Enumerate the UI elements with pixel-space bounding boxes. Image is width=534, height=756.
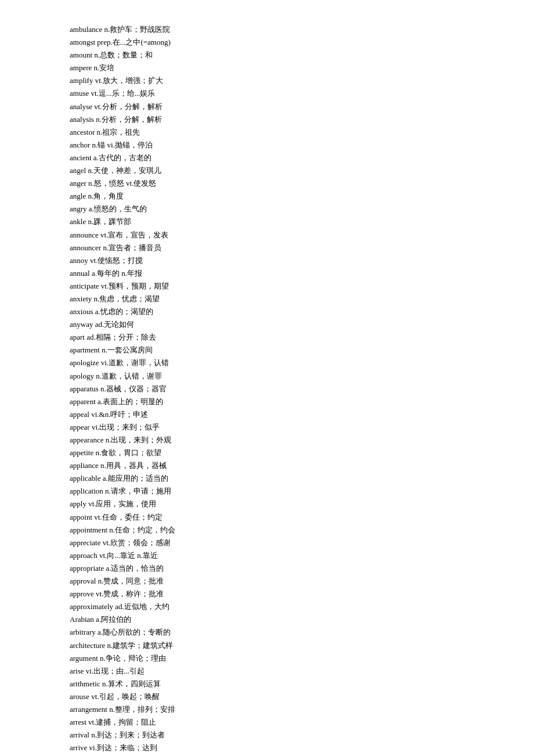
list-item: anxiety n.焦虑，忧虑；渴望: [70, 293, 499, 305]
list-item: apply vt.应用，实施，使用: [70, 498, 499, 510]
list-item: angry a.愤怒的，生气的: [70, 203, 499, 215]
list-item: ambulance n.救护车；野战医院: [70, 23, 499, 36]
list-item: ancient a.古代的，古老的: [70, 152, 499, 164]
list-item: appliance n.用具，器具，器械: [70, 459, 499, 472]
list-item: announce vt.宣布，宣告，发表: [70, 229, 499, 242]
list-item: arrival n.到达；到来；到达者: [70, 729, 499, 741]
list-item: analyse vt.分析，分解，解析: [70, 100, 499, 113]
list-item: amplify vt.放大，增强；扩大: [70, 74, 499, 87]
list-item: Arabian a.阿拉伯的: [70, 613, 499, 626]
list-item: approach vt.向...靠近 n.靠近: [70, 549, 499, 562]
list-item: ampere n.安培: [70, 62, 499, 74]
list-item: anchor n.锚 vi.抛锚，停泊: [70, 139, 499, 152]
list-item: approximately ad.近似地，大约: [70, 600, 499, 613]
list-item: apology n.道歉，认错，谢罪: [70, 370, 499, 383]
dictionary-content: ambulance n.救护车；野战医院amongst prep.在...之中(…: [70, 23, 499, 756]
list-item: appeal vi.&n.呼吁；申述: [70, 408, 499, 421]
list-item: arrangement n.整理，排列；安排: [70, 703, 499, 716]
list-item: annual a.每年的 n.年报: [70, 267, 499, 280]
list-item: appropriate a.适当的，恰当的: [70, 562, 499, 575]
list-item: arise vi.出现；由...引起: [70, 665, 499, 678]
list-item: amongst prep.在...之中(=among): [70, 36, 499, 49]
list-item: ankle n.踝，踝节部: [70, 215, 499, 228]
list-item: apparatus n.器械，仪器；器官: [70, 383, 499, 395]
list-item: applicable a.能应用的；适当的: [70, 472, 499, 485]
list-item: approve vt.赞成，称许；批准: [70, 588, 499, 600]
list-item: appointment n.任命；约定，约会: [70, 524, 499, 537]
list-item: arrest vt.逮捕，拘留；阻止: [70, 716, 499, 729]
list-item: apartment n.一套公寓房间: [70, 344, 499, 357]
list-item: anticipate vt.预料，预期，期望: [70, 280, 499, 293]
list-item: angle n.角，角度: [70, 190, 499, 203]
list-item: anger n.怒，愤怒 vt.使发怒: [70, 177, 499, 190]
list-item: arrive vi.到达；来临；达到: [70, 741, 499, 754]
list-item: apparent a.表面上的；明显的: [70, 395, 499, 408]
list-item: apart ad.相隔；分开；除去: [70, 331, 499, 344]
list-item: angel n.天使，神差，安琪儿: [70, 164, 499, 177]
list-item: annoy vt.使恼怒；打搅: [70, 254, 499, 267]
list-item: architecture n.建筑学；建筑式样: [70, 639, 499, 652]
list-item: amount n.总数；数量；和: [70, 49, 499, 62]
list-item: anyway ad.无论如何: [70, 318, 499, 331]
list-item: appoint vt.任命，委任；约定: [70, 511, 499, 524]
list-item: analysis n.分析，分解，解析: [70, 113, 499, 126]
list-item: apologize vi.道歉，谢罪，认错: [70, 357, 499, 369]
list-item: appearance n.出现，来到；外观: [70, 434, 499, 447]
list-item: appetite n.食欲，胃口；欲望: [70, 447, 499, 459]
list-item: appear vi.出现；来到；似乎: [70, 421, 499, 434]
list-item: arithmetic n.算术，四则运算: [70, 678, 499, 690]
list-item: ancestor n.祖宗，祖先: [70, 126, 499, 139]
list-item: arouse vt.引起，唤起；唤醒: [70, 690, 499, 703]
list-item: appreciate vt.欣赏；领会；感谢: [70, 537, 499, 549]
list-item: application n.请求，申请；施用: [70, 485, 499, 498]
list-item: argument n.争论，辩论；理由: [70, 652, 499, 665]
list-item: anxious a.忧虑的；渴望的: [70, 305, 499, 318]
list-item: announcer n.宣告者；播音员: [70, 242, 499, 254]
list-item: arbitrary a.随心所欲的；专断的: [70, 626, 499, 639]
list-item: approval n.赞成，同意；批准: [70, 575, 499, 588]
list-item: amuse vt.逗...乐；给...娱乐: [70, 87, 499, 100]
